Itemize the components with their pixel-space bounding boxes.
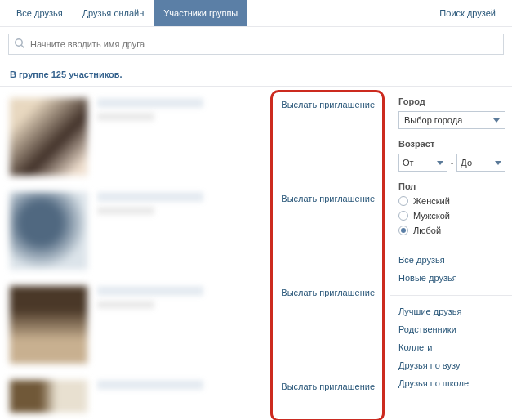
gender-female-radio[interactable]: Женский: [398, 196, 505, 206]
send-invite-link[interactable]: Выслать приглашение: [281, 100, 375, 109]
svg-line-1: [21, 45, 24, 47]
age-from-select[interactable]: От: [398, 154, 447, 172]
person-name[interactable]: [97, 98, 203, 108]
radio-icon: [398, 211, 408, 221]
tabs-bar: Все друзья Друзья онлайн Участники групп…: [0, 0, 512, 27]
person-name[interactable]: [97, 286, 203, 296]
members-count: В группе 125 участников.: [0, 61, 512, 87]
sidebar-link-relatives[interactable]: Родственники: [398, 320, 505, 338]
radio-label: Женский: [413, 196, 450, 206]
radio-icon: [398, 196, 408, 206]
svg-point-0: [16, 39, 22, 46]
chevron-down-icon: [495, 161, 501, 165]
avatar[interactable]: [10, 192, 87, 270]
send-invite-link[interactable]: Выслать приглашение: [281, 382, 375, 391]
person-name[interactable]: [97, 380, 203, 390]
chevron-down-icon: [437, 161, 443, 165]
filter-gender-label: Пол: [398, 181, 505, 191]
list-item: Выслать приглашение: [0, 373, 390, 418]
age-to-select[interactable]: До: [456, 154, 505, 172]
tab-friends-online[interactable]: Друзья онлайн: [73, 0, 154, 26]
radio-label: Любой: [413, 226, 441, 235]
radio-label: Мужской: [413, 211, 450, 221]
list-item: Выслать приглашение: [0, 279, 390, 373]
filter-age-label: Возраст: [398, 139, 505, 149]
avatar[interactable]: [10, 380, 87, 413]
search-box[interactable]: [8, 34, 504, 55]
search-icon: [14, 38, 25, 51]
send-invite-link[interactable]: Выслать приглашение: [281, 288, 375, 297]
avatar[interactable]: [10, 98, 87, 176]
sidebar-link-colleagues[interactable]: Коллеги: [398, 338, 505, 356]
send-invite-link[interactable]: Выслать приглашение: [281, 194, 375, 203]
chevron-down-icon: [493, 118, 500, 123]
divider: [390, 295, 512, 296]
tab-all-friends[interactable]: Все друзья: [7, 0, 73, 26]
sidebar-link-school-friends[interactable]: Друзья по школе: [398, 374, 505, 392]
person-subtext: [97, 113, 154, 121]
sidebar-link-best-friends[interactable]: Лучшие друзья: [398, 302, 505, 320]
person-subtext: [97, 301, 154, 309]
person-subtext: [97, 207, 154, 215]
list-item: Выслать приглашение: [0, 185, 390, 279]
gender-any-radio[interactable]: Любой: [398, 226, 505, 235]
tab-search-friends[interactable]: Поиск друзей: [430, 0, 505, 26]
filter-city-label: Город: [398, 96, 505, 106]
city-select[interactable]: Выбор города: [398, 111, 505, 129]
list-item: Выслать приглашение: [0, 92, 390, 185]
filters-sidebar: Город Выбор города Возраст От - До Пол Ж…: [390, 87, 512, 420]
radio-icon: [398, 226, 408, 235]
age-from-value: От: [403, 158, 414, 168]
members-list: Выслать приглашение Выслать приглашение …: [0, 87, 390, 420]
sidebar-link-uni-friends[interactable]: Друзья по вузу: [398, 356, 505, 374]
avatar[interactable]: [10, 286, 87, 364]
divider: [390, 244, 512, 244]
age-to-value: До: [461, 158, 472, 168]
search-input[interactable]: [25, 39, 498, 49]
city-select-value: Выбор города: [404, 115, 462, 125]
age-separator: -: [451, 158, 454, 168]
sidebar-link-new-friends[interactable]: Новые друзья: [398, 269, 505, 287]
gender-male-radio[interactable]: Мужской: [398, 211, 505, 221]
sidebar-link-all-friends[interactable]: Все друзья: [398, 251, 505, 269]
person-name[interactable]: [97, 192, 203, 202]
tab-group-members[interactable]: Участники группы: [154, 0, 247, 26]
